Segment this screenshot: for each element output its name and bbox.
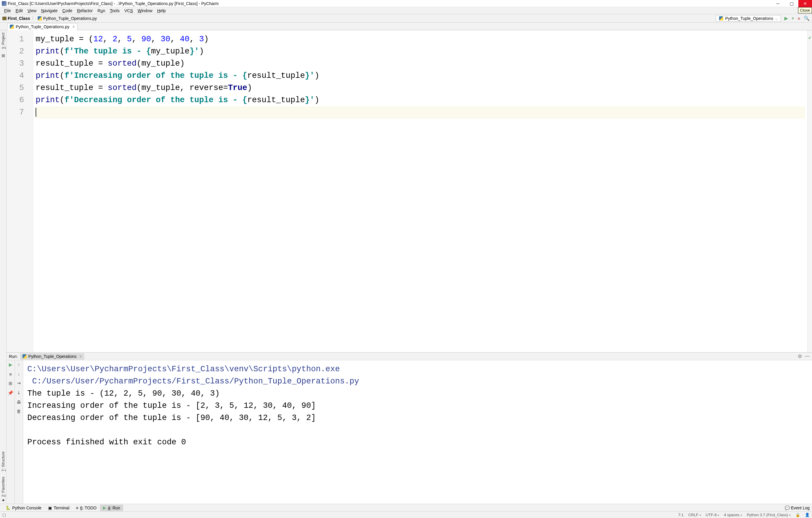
debug-button[interactable]: ⌖ <box>791 16 794 21</box>
rerun-icon[interactable]: ▶ <box>9 362 12 367</box>
text-cursor <box>36 108 36 117</box>
run-config-label: Python_Tuple_Operations <box>725 16 773 21</box>
code-editor[interactable]: 1234567 my_tuple = (12, 2, 5, 90, 30, 40… <box>6 30 812 352</box>
collapse-icon[interactable]: ▦ <box>1 53 5 58</box>
editor-tab-label: Python_Tuple_Operations.py <box>16 24 69 29</box>
window-title: First_Class [C:\Users\User\PycharmProjec… <box>8 1 219 6</box>
error-stripe: ✔ <box>807 30 812 352</box>
minimize-button[interactable]: ─ <box>771 0 785 7</box>
terminal-icon: ▣ <box>48 506 52 510</box>
line-number: 7 <box>9 106 24 118</box>
pin-icon[interactable]: 📌 <box>8 390 13 396</box>
maximize-button[interactable]: ▢ <box>785 0 799 7</box>
menu-window[interactable]: Window <box>135 8 155 13</box>
menu-tools[interactable]: Tools <box>108 8 122 13</box>
editor-tab[interactable]: Python_Tuple_Operations.py × <box>7 23 78 30</box>
close-tooltip: Close <box>798 7 812 13</box>
indexing-icon[interactable]: 👤 <box>805 513 810 517</box>
gear-icon[interactable]: ⚙ <box>798 353 802 359</box>
code-line[interactable]: result_tuple = sorted(my_tuple) <box>36 58 805 70</box>
console-output[interactable]: C:\Users\User\PycharmProjects\First_Clas… <box>23 360 812 504</box>
python-console-tab[interactable]: 🐍 Python Console <box>2 505 45 511</box>
play-icon: ▶ <box>103 506 106 510</box>
event-log-tab[interactable]: 💬 Event Log <box>785 506 810 510</box>
terminal-label: Terminal <box>54 506 69 510</box>
python-icon <box>23 354 27 358</box>
titlebar: First_Class [C:\Users\User\PycharmProjec… <box>0 0 812 7</box>
folder-icon <box>2 17 6 20</box>
menu-run[interactable]: Run <box>95 8 108 13</box>
code-line[interactable]: print(f'Increasing order of the tuple is… <box>36 70 805 82</box>
print-icon[interactable]: 🖶 <box>17 400 21 405</box>
run-button[interactable]: ▶ <box>784 16 788 21</box>
inspection-ok-icon: ✔ <box>808 30 812 44</box>
menu-navigate[interactable]: Navigate <box>39 8 60 13</box>
chevron-down-icon: ⌵ <box>775 16 778 21</box>
menu-edit[interactable]: Edit <box>13 8 25 13</box>
breadcrumb-project-label: First_Class <box>8 16 30 21</box>
tab-close-icon[interactable]: × <box>72 24 75 29</box>
terminal-tab[interactable]: ▣ Terminal <box>45 505 72 511</box>
event-log-label: Event Log <box>791 506 810 510</box>
console-line-2: Increasing order of the tuple is - [2, 3… <box>27 401 316 410</box>
wrap-icon[interactable]: ⇥ <box>17 380 21 386</box>
close-button[interactable]: ✕ <box>799 0 812 7</box>
stop-icon[interactable]: ■ <box>9 372 12 377</box>
line-number: 1 <box>9 33 24 46</box>
statusbar: ▢ 7:1 CRLF ▾ UTF-8 ▾ 4 spaces ▾ Python 3… <box>0 512 812 518</box>
console-line-1: The tuple is - (12, 2, 5, 90, 30, 40, 3) <box>27 389 220 398</box>
status-bar-icon[interactable]: ▢ <box>2 513 6 517</box>
editor-split: 1234567 my_tuple = (12, 2, 5, 90, 30, 40… <box>6 30 812 352</box>
indent-setting[interactable]: 4 spaces ▾ <box>724 513 742 517</box>
menu-file[interactable]: File <box>2 8 13 13</box>
down-icon[interactable]: ↓ <box>18 371 20 376</box>
breadcrumb-project[interactable]: First_Class <box>2 16 30 21</box>
menu-vcs[interactable]: VCS <box>122 8 135 13</box>
trash-icon[interactable]: 🗑 <box>17 409 21 414</box>
code-line[interactable]: my_tuple = (12, 2, 5, 90, 30, 40, 3) <box>36 33 805 46</box>
list-icon: ≡ <box>76 506 78 510</box>
code-line[interactable]: print(f'Decreasing order of the tuple is… <box>36 94 805 106</box>
line-separator[interactable]: CRLF ▾ <box>688 513 701 517</box>
python-console-label: Python Console <box>12 506 41 510</box>
python-interpreter[interactable]: Python 3.7 (First_Class) ▾ <box>747 513 791 517</box>
run-config-selector[interactable]: Python_Tuple_Operations ⌵ <box>716 15 781 22</box>
stop-button[interactable]: ■ <box>798 16 800 21</box>
bottom-tool-tabs: 🐍 Python Console ▣ Terminal ≡ 6: TODO ▶ … <box>0 504 812 512</box>
menu-view[interactable]: View <box>25 8 39 13</box>
run-panel-label: Run: <box>9 354 18 359</box>
layout-icon[interactable]: ⊞ <box>9 381 12 386</box>
code-line[interactable]: print(f'The tuple is - {my_tuple}') <box>36 46 805 58</box>
code-line[interactable]: result_tuple = sorted(my_tuple, reverse=… <box>36 82 805 94</box>
caret-position[interactable]: 7:1 <box>678 513 684 517</box>
line-number: 6 <box>9 94 24 106</box>
console-script-path: C:/Users/User/PycharmProjects/First_Clas… <box>27 377 359 386</box>
project-tool-tab[interactable]: 1: Project <box>0 31 6 50</box>
code-area[interactable]: my_tuple = (12, 2, 5, 90, 30, 40, 3)prin… <box>33 30 807 352</box>
menu-code[interactable]: Code <box>60 8 75 13</box>
breadcrumb-separator: 〉 <box>32 16 36 21</box>
breadcrumb: First_Class 〉 Python_Tuple_Operations.py <box>2 16 97 21</box>
structure-tool-tab[interactable]: 7: Structure <box>0 450 6 472</box>
left-gutter: 1: Project ▦ 7: Structure ★ 2: Favorites <box>0 30 6 504</box>
favorites-tool-tab[interactable]: ★ 2: Favorites <box>0 475 6 504</box>
run-tab[interactable]: ▶ 4: Run <box>100 505 123 511</box>
editor-wrap: 1234567 my_tuple = (12, 2, 5, 90, 30, 40… <box>6 30 812 504</box>
minimize-icon[interactable]: — <box>805 353 810 359</box>
run-panel-tab[interactable]: Python_Tuple_Operations × <box>20 353 84 360</box>
tab-close-icon[interactable]: × <box>80 354 82 359</box>
menu-refactor[interactable]: Refactor <box>75 8 95 13</box>
code-line[interactable] <box>36 106 805 118</box>
console-exe-path: C:\Users\User\PycharmProjects\First_Clas… <box>27 365 340 374</box>
lock-icon[interactable]: 🔒 <box>795 513 800 517</box>
scroll-icon[interactable]: ⤓ <box>17 390 21 395</box>
up-icon[interactable]: ↑ <box>18 362 20 367</box>
file-encoding[interactable]: UTF-8 ▾ <box>706 513 719 517</box>
search-icon[interactable]: 🔍 <box>804 16 810 21</box>
balloon-icon: 💬 <box>785 506 790 510</box>
todo-tab[interactable]: ≡ 6: TODO <box>73 505 100 511</box>
console-line-3: Decreasing order of the tuple is - [90, … <box>27 413 316 422</box>
navbar: First_Class 〉 Python_Tuple_Operations.py… <box>0 14 812 23</box>
breadcrumb-file[interactable]: Python_Tuple_Operations.py <box>38 16 97 21</box>
menu-help[interactable]: Help <box>155 8 168 13</box>
